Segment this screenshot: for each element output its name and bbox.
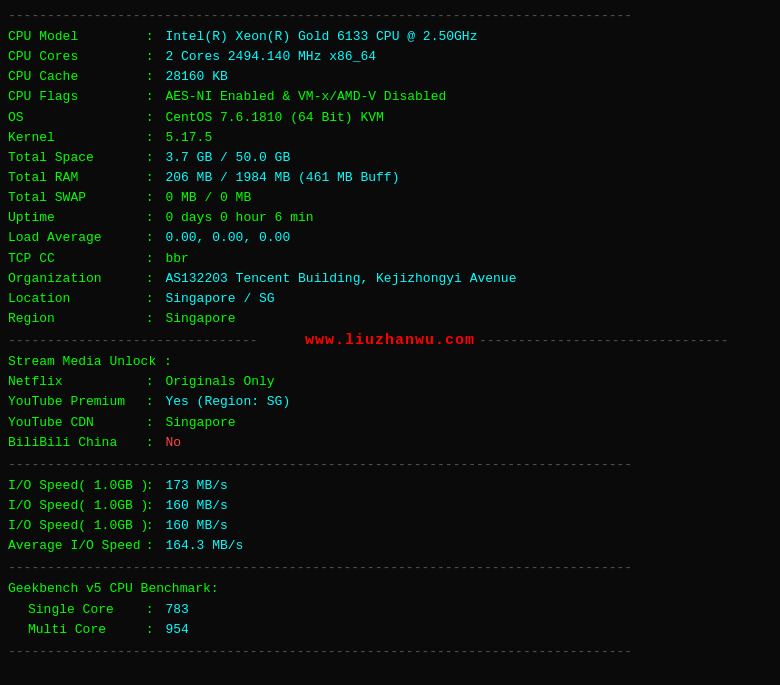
geekbench-title-row: Geekbench v5 CPU Benchmark: xyxy=(8,579,772,599)
watermark-text: www.liuzhanwu.com xyxy=(305,332,475,349)
os-row: OS : CentOS 7.6.1810 (64 Bit) KVM xyxy=(8,108,772,128)
total-ram-row: Total RAM : 206 MB / 1984 MB (461 MB Buf… xyxy=(8,168,772,188)
youtube-premium-label: YouTube Premium xyxy=(8,392,138,412)
location-value: Singapore / SG xyxy=(165,289,274,309)
io1-value: 173 MB/s xyxy=(165,476,227,496)
sep18: : xyxy=(138,413,161,433)
sep6: : xyxy=(138,128,161,148)
tcp-cc-label: TCP CC xyxy=(8,249,138,269)
netflix-row: Netflix : Originals Only xyxy=(8,372,772,392)
load-avg-value: 0.00, 0.00, 0.00 xyxy=(165,228,290,248)
sep13: : xyxy=(138,269,161,289)
divider-right: -------------------------------- xyxy=(479,333,772,348)
total-ram-label: Total RAM xyxy=(8,168,138,188)
bilibili-row: BiliBili China : No xyxy=(8,433,772,453)
io2-row: I/O Speed( 1.0GB ) : 160 MB/s xyxy=(8,496,772,516)
youtube-premium-row: YouTube Premium : Yes (Region: SG) xyxy=(8,392,772,412)
io1-row: I/O Speed( 1.0GB ) : 173 MB/s xyxy=(8,476,772,496)
org-row: Organization : AS132203 Tencent Building… xyxy=(8,269,772,289)
org-value: AS132203 Tencent Building, Kejizhongyi A… xyxy=(165,269,516,289)
total-swap-label: Total SWAP xyxy=(8,188,138,208)
total-space-label: Total Space xyxy=(8,148,138,168)
os-value: CentOS 7.6.1810 (64 Bit) KVM xyxy=(165,108,383,128)
cpu-flags-value: AES-NI Enabled & VM-x/AMD-V Disabled xyxy=(165,87,446,107)
cpu-model-row: CPU Model : Intel(R) Xeon(R) Gold 6133 C… xyxy=(8,27,772,47)
io2-value: 160 MB/s xyxy=(165,496,227,516)
sep20: : xyxy=(138,476,161,496)
load-avg-row: Load Average : 0.00, 0.00, 0.00 xyxy=(8,228,772,248)
location-label: Location xyxy=(8,289,138,309)
io3-row: I/O Speed( 1.0GB ) : 160 MB/s xyxy=(8,516,772,536)
single-core-label: Single Core xyxy=(8,600,138,620)
sep2: : xyxy=(138,47,161,67)
divider-top: ----------------------------------------… xyxy=(8,8,772,23)
sep23: : xyxy=(138,536,161,556)
uptime-row: Uptime : 0 days 0 hour 6 min xyxy=(8,208,772,228)
total-swap-row: Total SWAP : 0 MB / 0 MB xyxy=(8,188,772,208)
avg-io-row: Average I/O Speed : 164.3 MB/s xyxy=(8,536,772,556)
sep19: : xyxy=(138,433,161,453)
org-label: Organization xyxy=(8,269,138,289)
watermark-section: -------------------------------- www.liu… xyxy=(8,332,772,349)
sep14: : xyxy=(138,289,161,309)
total-space-row: Total Space : 3.7 GB / 50.0 GB xyxy=(8,148,772,168)
io2-label: I/O Speed( 1.0GB ) xyxy=(8,496,138,516)
sep9: : xyxy=(138,188,161,208)
sep25: : xyxy=(138,620,161,640)
single-core-value: 783 xyxy=(165,600,188,620)
cpu-cores-row: CPU Cores : 2 Cores 2494.140 MHz x86_64 xyxy=(8,47,772,67)
avg-io-value: 164.3 MB/s xyxy=(165,536,243,556)
region-row: Region : Singapore xyxy=(8,309,772,329)
divider-2: ----------------------------------------… xyxy=(8,457,772,472)
divider-bottom: ----------------------------------------… xyxy=(8,644,772,659)
cpu-cores-value: 2 Cores 2494.140 MHz x86_64 xyxy=(165,47,376,67)
sep12: : xyxy=(138,249,161,269)
sep21: : xyxy=(138,496,161,516)
cpu-model-label: CPU Model xyxy=(8,27,138,47)
cpu-cache-value: 28160 KB xyxy=(165,67,227,87)
youtube-premium-value: Yes (Region: SG) xyxy=(165,392,290,412)
geekbench-title: Geekbench v5 CPU Benchmark: xyxy=(8,579,219,599)
sep24: : xyxy=(138,600,161,620)
sep10: : xyxy=(138,208,161,228)
total-swap-value: 0 MB / 0 MB xyxy=(165,188,251,208)
uptime-label: Uptime xyxy=(8,208,138,228)
cpu-model-value: Intel(R) Xeon(R) Gold 6133 CPU @ 2.50GHz xyxy=(165,27,477,47)
sep1: : xyxy=(138,27,161,47)
youtube-cdn-value: Singapore xyxy=(165,413,235,433)
avg-io-label: Average I/O Speed xyxy=(8,536,138,556)
multi-core-value: 954 xyxy=(165,620,188,640)
kernel-label: Kernel xyxy=(8,128,138,148)
total-space-value: 3.7 GB / 50.0 GB xyxy=(165,148,290,168)
multi-core-label: Multi Core xyxy=(8,620,138,640)
bilibili-value: No xyxy=(165,433,181,453)
location-row: Location : Singapore / SG xyxy=(8,289,772,309)
main-container: ----------------------------------------… xyxy=(0,0,780,667)
region-label: Region xyxy=(8,309,138,329)
region-value: Singapore xyxy=(165,309,235,329)
netflix-value: Originals Only xyxy=(165,372,274,392)
cpu-cache-label: CPU Cache xyxy=(8,67,138,87)
multi-core-row: Multi Core : 954 xyxy=(8,620,772,640)
sep5: : xyxy=(138,108,161,128)
sep22: : xyxy=(138,516,161,536)
cpu-flags-row: CPU Flags : AES-NI Enabled & VM-x/AMD-V … xyxy=(8,87,772,107)
tcp-cc-row: TCP CC : bbr xyxy=(8,249,772,269)
io3-value: 160 MB/s xyxy=(165,516,227,536)
io1-label: I/O Speed( 1.0GB ) xyxy=(8,476,138,496)
uptime-value: 0 days 0 hour 6 min xyxy=(165,208,313,228)
sep15: : xyxy=(138,309,161,329)
tcp-cc-value: bbr xyxy=(165,249,188,269)
sep3: : xyxy=(138,67,161,87)
youtube-cdn-row: YouTube CDN : Singapore xyxy=(8,413,772,433)
divider-3: ----------------------------------------… xyxy=(8,560,772,575)
sep16: : xyxy=(138,372,161,392)
sep4: : xyxy=(138,87,161,107)
sep7: : xyxy=(138,148,161,168)
total-ram-value: 206 MB / 1984 MB (461 MB Buff) xyxy=(165,168,399,188)
kernel-value: 5.17.5 xyxy=(165,128,212,148)
netflix-label: Netflix xyxy=(8,372,138,392)
cpu-cores-label: CPU Cores xyxy=(8,47,138,67)
kernel-row: Kernel : 5.17.5 xyxy=(8,128,772,148)
io3-label: I/O Speed( 1.0GB ) xyxy=(8,516,138,536)
